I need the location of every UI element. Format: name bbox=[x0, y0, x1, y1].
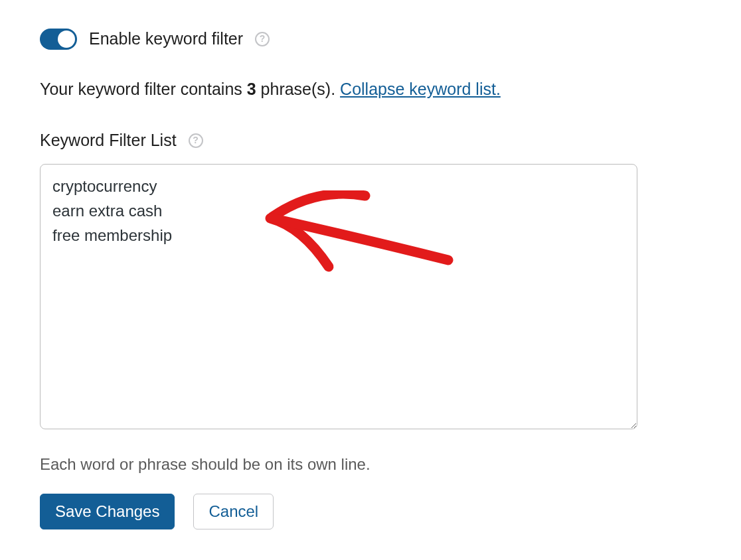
enable-keyword-filter-toggle[interactable] bbox=[40, 29, 77, 50]
status-suffix: phrase(s). bbox=[256, 80, 340, 98]
enable-keyword-filter-label: Enable keyword filter bbox=[89, 27, 243, 52]
status-prefix: Your keyword filter contains bbox=[40, 80, 247, 98]
keyword-filter-textarea[interactable] bbox=[40, 164, 637, 429]
status-count: 3 bbox=[247, 80, 256, 98]
collapse-keyword-list-link[interactable]: Collapse keyword list. bbox=[340, 80, 501, 98]
keyword-filter-hint: Each word or phrase should be on its own… bbox=[40, 453, 701, 476]
help-icon[interactable]: ? bbox=[255, 32, 270, 46]
cancel-button[interactable]: Cancel bbox=[193, 494, 274, 529]
filter-status-text: Your keyword filter contains 3 phrase(s)… bbox=[40, 77, 701, 102]
save-changes-button[interactable]: Save Changes bbox=[40, 494, 175, 529]
keyword-filter-list-label: Keyword Filter List bbox=[40, 128, 177, 153]
help-icon[interactable]: ? bbox=[189, 133, 203, 148]
